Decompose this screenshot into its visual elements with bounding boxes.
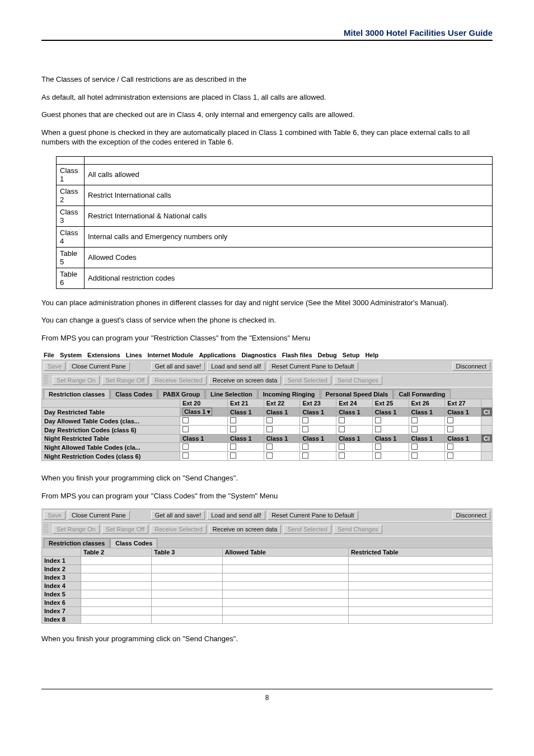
tab-personal-speed-dials[interactable]: Personal Speed Dials bbox=[321, 389, 394, 399]
checkbox[interactable] bbox=[339, 444, 345, 450]
grid-cell[interactable]: Class 1 bbox=[228, 435, 264, 443]
grid-cell[interactable] bbox=[222, 615, 348, 624]
checkbox[interactable] bbox=[339, 452, 345, 459]
grid-cell[interactable] bbox=[228, 443, 264, 452]
get-all-button[interactable]: Get all and save! bbox=[151, 362, 205, 371]
checkbox[interactable] bbox=[302, 417, 308, 423]
checkbox[interactable] bbox=[411, 426, 418, 432]
checkbox[interactable] bbox=[230, 426, 236, 432]
save-button[interactable]: Save bbox=[44, 511, 65, 520]
grid-cell[interactable] bbox=[264, 443, 300, 452]
checkbox[interactable] bbox=[182, 444, 189, 450]
grid-cell[interactable] bbox=[222, 573, 348, 582]
menu-item[interactable]: Extensions bbox=[87, 352, 120, 358]
reset-pane-button[interactable]: Reset Current Pane to Default bbox=[268, 362, 358, 371]
grid-cell[interactable] bbox=[81, 565, 152, 573]
grid-cell[interactable] bbox=[264, 452, 300, 461]
grid-cell[interactable] bbox=[152, 590, 222, 599]
grid-cell[interactable] bbox=[81, 557, 152, 565]
menu-item[interactable]: Flash files bbox=[282, 352, 312, 358]
grid-cell[interactable]: Class 1 bbox=[300, 435, 336, 443]
grid-cell[interactable] bbox=[222, 599, 348, 607]
grid-cell[interactable] bbox=[222, 565, 348, 573]
grid-cell[interactable]: Class 1 bbox=[264, 408, 300, 417]
grid-cell[interactable] bbox=[409, 443, 445, 452]
grid-cell[interactable] bbox=[152, 557, 222, 565]
checkbox[interactable] bbox=[375, 417, 381, 423]
grid-cell[interactable] bbox=[180, 452, 227, 461]
checkbox[interactable] bbox=[447, 452, 453, 459]
menu-item[interactable]: System bbox=[60, 352, 82, 358]
grid-cell[interactable] bbox=[152, 607, 222, 615]
checkbox[interactable] bbox=[302, 452, 308, 459]
grid-cell[interactable] bbox=[222, 590, 348, 599]
classcodes-grid[interactable]: Table 2Table 3Allowed TableRestricted Ta… bbox=[41, 548, 493, 624]
grid-cell[interactable]: Class 1 bbox=[445, 435, 481, 443]
close-pane-button[interactable]: Close Current Pane bbox=[68, 511, 130, 520]
grid-cell[interactable] bbox=[152, 615, 222, 624]
grid-cell[interactable] bbox=[300, 452, 336, 461]
tab-restriction-classes[interactable]: Restriction classes bbox=[44, 389, 110, 399]
set-range-on-button[interactable]: Set Range On bbox=[53, 525, 100, 534]
grid-cell[interactable]: Class 1 bbox=[336, 435, 373, 443]
grid-cell[interactable] bbox=[445, 417, 481, 426]
checkbox[interactable] bbox=[375, 452, 381, 459]
tab-line-selection[interactable]: Line Selection bbox=[205, 389, 257, 399]
grid-cell[interactable] bbox=[81, 590, 152, 599]
grid-cell[interactable] bbox=[228, 417, 264, 426]
checkbox[interactable] bbox=[339, 417, 345, 423]
load-send-button[interactable]: Load and send all! bbox=[207, 511, 265, 520]
menu-item[interactable]: Lines bbox=[126, 352, 142, 358]
tab-restriction-classes[interactable]: Restriction classes bbox=[44, 538, 110, 548]
grid-cell[interactable]: Class 1 bbox=[372, 408, 409, 417]
grid-cell[interactable] bbox=[348, 590, 492, 599]
reset-pane-button[interactable]: Reset Current Pane to Default bbox=[268, 511, 358, 520]
get-all-button[interactable]: Get all and save! bbox=[151, 511, 205, 520]
tab-class-codes[interactable]: Class Codes bbox=[110, 389, 157, 399]
grid-cell[interactable] bbox=[152, 582, 222, 590]
grid-cell[interactable] bbox=[336, 417, 373, 426]
grid-cell[interactable] bbox=[336, 443, 373, 452]
disconnect-button[interactable]: Disconnect bbox=[452, 362, 490, 371]
checkbox[interactable] bbox=[375, 426, 381, 432]
grid-cell[interactable] bbox=[180, 417, 227, 426]
grid-cell[interactable] bbox=[348, 607, 492, 615]
checkbox[interactable] bbox=[411, 417, 418, 423]
receive-screen-button[interactable]: Receive on screen data bbox=[209, 376, 282, 385]
checkbox[interactable] bbox=[447, 417, 453, 423]
grid-cell[interactable] bbox=[81, 573, 152, 582]
checkbox[interactable] bbox=[230, 417, 236, 423]
grid-cell[interactable] bbox=[300, 426, 336, 435]
save-button[interactable]: Save bbox=[44, 362, 65, 371]
menu-item[interactable]: Applications bbox=[199, 352, 236, 358]
tab-pabx-group[interactable]: PABX Group bbox=[158, 389, 205, 399]
grid-cell[interactable] bbox=[300, 417, 336, 426]
checkbox[interactable] bbox=[182, 417, 189, 423]
grid-cell[interactable] bbox=[264, 426, 300, 435]
grid-cell[interactable] bbox=[336, 452, 373, 461]
set-range-off-button[interactable]: Set Range Off bbox=[102, 525, 149, 534]
grid-cell[interactable] bbox=[180, 426, 227, 435]
grid-cell[interactable]: Class 1 bbox=[264, 435, 300, 443]
menu-item[interactable]: Debug bbox=[318, 352, 337, 358]
checkbox[interactable] bbox=[182, 426, 189, 432]
grid-cell[interactable]: Class 1 bbox=[336, 408, 373, 417]
grid-cell[interactable] bbox=[372, 417, 409, 426]
checkbox[interactable] bbox=[447, 426, 453, 432]
grid-cell[interactable] bbox=[228, 426, 264, 435]
menu-item[interactable]: Help bbox=[365, 352, 378, 358]
grid-cell[interactable] bbox=[348, 599, 492, 607]
tab-call-forwarding[interactable]: Call Forwarding bbox=[394, 389, 450, 399]
menu-item[interactable]: Diagnostics bbox=[241, 352, 276, 358]
checkbox[interactable] bbox=[302, 426, 308, 432]
receive-screen-button[interactable]: Receive on screen data bbox=[209, 525, 282, 534]
class-dropdown[interactable]: Class 1 ▾ bbox=[182, 408, 213, 416]
grid-cell[interactable] bbox=[228, 452, 264, 461]
menubar[interactable]: FileSystemExtensionsLinesInternet Module… bbox=[41, 351, 493, 360]
checkbox[interactable] bbox=[230, 444, 236, 450]
set-range-off-button[interactable]: Set Range Off bbox=[102, 376, 149, 385]
restriction-grid[interactable]: Ext 20Ext 21Ext 22Ext 23Ext 24Ext 25Ext … bbox=[41, 399, 493, 461]
receive-selected-button[interactable]: Receive Selected bbox=[151, 525, 207, 534]
grid-cell[interactable] bbox=[264, 417, 300, 426]
set-range-on-button[interactable]: Set Range On bbox=[53, 376, 100, 385]
